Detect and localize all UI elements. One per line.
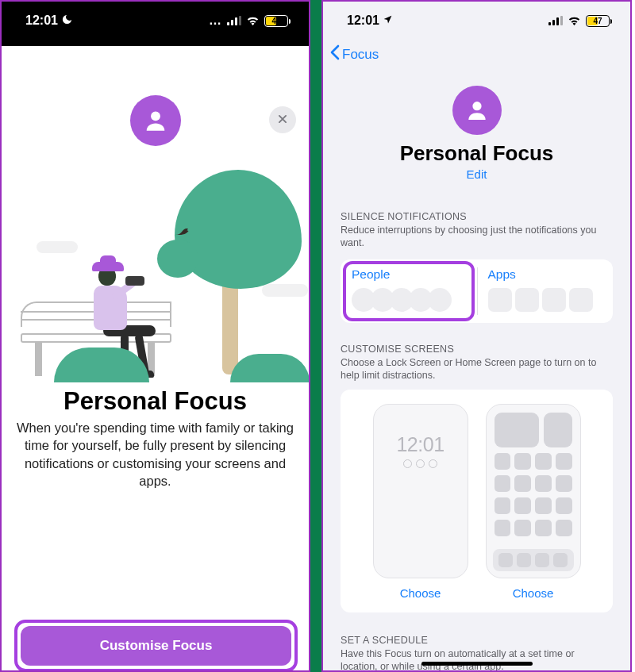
status-bar: 12:01 … 47: [2, 2, 309, 40]
focus-illustration: [2, 152, 309, 382]
choose-lockscreen-button[interactable]: Choose: [373, 586, 468, 600]
homescreen-preview: [486, 404, 581, 578]
customise-focus-button[interactable]: Customise Focus: [21, 626, 291, 666]
screens-card: 12:01 Choose: [341, 390, 613, 612]
wifi-icon: [568, 16, 581, 25]
chevron-left-icon: [329, 44, 341, 65]
battery-percentage: 47: [593, 17, 602, 25]
cellular-signal-icon: [227, 16, 241, 25]
battery-indicator: 47: [586, 15, 610, 27]
apps-tile[interactable]: Apps: [477, 259, 614, 323]
silence-card: People Apps: [341, 259, 613, 323]
battery-indicator: 47: [264, 15, 288, 27]
status-bar: 12:01 47: [323, 2, 630, 40]
page-title: Personal Focus: [323, 141, 630, 166]
svg-rect-5: [548, 22, 551, 25]
screenshot-divider: [310, 0, 321, 672]
lockscreen-option[interactable]: 12:01 Choose: [373, 404, 468, 600]
apps-label: Apps: [488, 267, 602, 282]
cta-highlight: Customise Focus: [14, 620, 298, 672]
svg-rect-8: [560, 16, 563, 25]
screens-header: CUSTOMISE SCREENS: [341, 344, 613, 355]
svg-rect-3: [239, 16, 241, 25]
status-time: 12:01: [25, 13, 58, 28]
svg-point-4: [151, 111, 160, 121]
edit-button[interactable]: Edit: [323, 167, 630, 181]
screens-subheader: Choose a Lock Screen or Home Screen page…: [341, 356, 613, 382]
schedule-subheader: Have this Focus turn on automatically at…: [341, 647, 613, 672]
apps-icons-placeholder: [488, 288, 602, 312]
people-label: People: [352, 267, 466, 282]
sheet-title: Personal Focus: [2, 387, 309, 416]
onboarding-sheet: Personal Focus When you're spending time…: [2, 95, 309, 672]
svg-rect-7: [556, 17, 559, 25]
phone-screenshot-right: 12:01 47 Focus Personal Focus Edit: [321, 0, 632, 672]
dock-preview: [493, 549, 574, 571]
svg-rect-6: [552, 20, 555, 25]
choose-homescreen-button[interactable]: Choose: [486, 586, 581, 600]
lockscreen-rings-icon: [374, 459, 468, 468]
people-tile[interactable]: People: [341, 259, 477, 323]
status-left: 12:01: [347, 13, 393, 28]
bird-icon: [173, 224, 190, 241]
close-button[interactable]: [269, 106, 296, 133]
back-label: Focus: [342, 47, 379, 63]
focus-avatar-icon: [452, 86, 502, 135]
home-indicator[interactable]: [421, 662, 533, 666]
wifi-icon: [246, 16, 260, 25]
sheet-subtitle: When you're spending time with family or…: [2, 416, 309, 490]
close-icon: [277, 112, 288, 129]
status-left: 12:01: [25, 13, 73, 28]
back-button[interactable]: Focus: [323, 40, 630, 67]
schedule-header: SET A SCHEDULE: [341, 635, 613, 646]
lockscreen-time: 12:01: [374, 433, 468, 456]
status-right: 47: [548, 15, 610, 27]
status-right: … 47: [209, 13, 288, 28]
svg-rect-0: [227, 22, 229, 25]
svg-rect-2: [235, 17, 237, 25]
people-avatars-placeholder: [352, 288, 466, 312]
status-time: 12:01: [347, 13, 379, 28]
cellular-signal-icon: [548, 16, 563, 25]
focus-avatar-icon: [130, 95, 181, 146]
silence-subheader: Reduce interruptions by choosing just th…: [341, 224, 613, 250]
lockscreen-preview: 12:01: [373, 404, 468, 578]
svg-rect-1: [231, 20, 233, 25]
homescreen-option[interactable]: Choose: [486, 404, 581, 600]
phone-screenshot-left: 12:01 … 47: [0, 0, 310, 672]
battery-percentage: 47: [271, 17, 280, 25]
dots-icon: …: [209, 13, 222, 28]
do-not-disturb-moon-icon: [61, 13, 73, 28]
svg-point-9: [472, 102, 481, 110]
silence-header: SILENCE NOTIFICATIONS: [341, 211, 613, 222]
location-arrow-icon: [383, 14, 393, 27]
